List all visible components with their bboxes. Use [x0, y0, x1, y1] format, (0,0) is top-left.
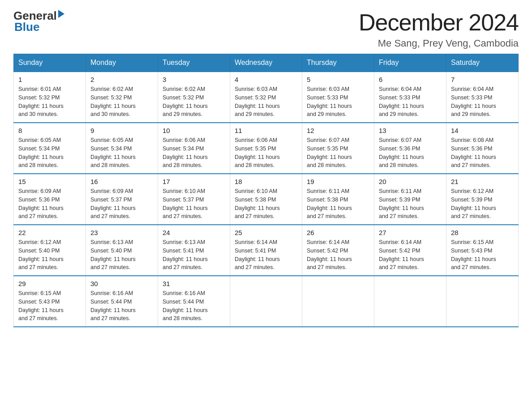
- calendar-cell: 30 Sunrise: 6:16 AMSunset: 5:44 PMDaylig…: [86, 276, 158, 327]
- day-number: 6: [379, 76, 442, 83]
- day-number: 1: [18, 76, 81, 83]
- calendar-cell: 2 Sunrise: 6:02 AMSunset: 5:32 PMDayligh…: [86, 72, 158, 123]
- day-info: Sunrise: 6:16 AMSunset: 5:44 PMDaylight:…: [163, 289, 225, 323]
- day-number: 27: [379, 229, 442, 236]
- day-info: Sunrise: 6:05 AMSunset: 5:34 PMDaylight:…: [90, 136, 153, 170]
- day-info: Sunrise: 6:15 AMSunset: 5:43 PMDaylight:…: [18, 289, 81, 323]
- day-number: 23: [90, 229, 153, 236]
- day-info: Sunrise: 6:16 AMSunset: 5:44 PMDaylight:…: [90, 289, 153, 323]
- location-title: Me Sang, Prey Veng, Cambodia: [359, 38, 519, 49]
- calendar-week-row: 29 Sunrise: 6:15 AMSunset: 5:43 PMDaylig…: [14, 276, 519, 327]
- calendar-cell: 3 Sunrise: 6:02 AMSunset: 5:32 PMDayligh…: [158, 72, 230, 123]
- calendar-cell: 5 Sunrise: 6:03 AMSunset: 5:33 PMDayligh…: [302, 72, 374, 123]
- day-info: Sunrise: 6:09 AMSunset: 5:36 PMDaylight:…: [18, 187, 81, 221]
- calendar-cell: 27 Sunrise: 6:14 AMSunset: 5:42 PMDaylig…: [374, 225, 446, 276]
- day-info: Sunrise: 6:04 AMSunset: 5:33 PMDaylight:…: [379, 85, 442, 119]
- calendar-table: SundayMondayTuesdayWednesdayThursdayFrid…: [13, 54, 519, 327]
- day-number: 14: [451, 127, 514, 134]
- logo: General Blue: [13, 9, 64, 34]
- day-number: 15: [18, 178, 81, 185]
- day-info: Sunrise: 6:02 AMSunset: 5:32 PMDaylight:…: [90, 85, 153, 119]
- calendar-cell: 18 Sunrise: 6:10 AMSunset: 5:38 PMDaylig…: [230, 174, 302, 225]
- day-number: 22: [18, 229, 81, 236]
- calendar-cell: [374, 276, 446, 327]
- calendar-cell: [230, 276, 302, 327]
- day-number: 28: [451, 229, 514, 236]
- calendar-cell: 31 Sunrise: 6:16 AMSunset: 5:44 PMDaylig…: [158, 276, 230, 327]
- calendar-cell: 16 Sunrise: 6:09 AMSunset: 5:37 PMDaylig…: [86, 174, 158, 225]
- column-header-tuesday: Tuesday: [158, 54, 230, 72]
- day-info: Sunrise: 6:11 AMSunset: 5:39 PMDaylight:…: [379, 187, 442, 221]
- day-info: Sunrise: 6:03 AMSunset: 5:33 PMDaylight:…: [307, 85, 369, 119]
- day-info: Sunrise: 6:08 AMSunset: 5:36 PMDaylight:…: [451, 136, 514, 170]
- day-info: Sunrise: 6:13 AMSunset: 5:40 PMDaylight:…: [90, 238, 153, 272]
- calendar-cell: [302, 276, 374, 327]
- calendar-cell: 17 Sunrise: 6:10 AMSunset: 5:37 PMDaylig…: [158, 174, 230, 225]
- calendar-cell: 8 Sunrise: 6:05 AMSunset: 5:34 PMDayligh…: [14, 123, 86, 174]
- day-info: Sunrise: 6:12 AMSunset: 5:39 PMDaylight:…: [451, 187, 514, 221]
- calendar-cell: 10 Sunrise: 6:06 AMSunset: 5:34 PMDaylig…: [158, 123, 230, 174]
- page-header: General Blue December 2024 Me Sang, Prey…: [13, 9, 519, 49]
- calendar-week-row: 8 Sunrise: 6:05 AMSunset: 5:34 PMDayligh…: [14, 123, 519, 174]
- day-info: Sunrise: 6:14 AMSunset: 5:42 PMDaylight:…: [307, 238, 369, 272]
- day-number: 31: [163, 280, 225, 287]
- calendar-cell: 22 Sunrise: 6:12 AMSunset: 5:40 PMDaylig…: [14, 225, 86, 276]
- day-number: 18: [235, 178, 297, 185]
- day-info: Sunrise: 6:06 AMSunset: 5:34 PMDaylight:…: [163, 136, 225, 170]
- day-number: 3: [163, 76, 225, 83]
- day-info: Sunrise: 6:11 AMSunset: 5:38 PMDaylight:…: [307, 187, 369, 221]
- title-block: December 2024 Me Sang, Prey Veng, Cambod…: [359, 9, 519, 49]
- day-number: 19: [307, 178, 369, 185]
- calendar-cell: 19 Sunrise: 6:11 AMSunset: 5:38 PMDaylig…: [302, 174, 374, 225]
- day-number: 21: [451, 178, 514, 185]
- calendar-cell: [446, 276, 519, 327]
- day-info: Sunrise: 6:13 AMSunset: 5:41 PMDaylight:…: [163, 238, 225, 272]
- month-title: December 2024: [359, 9, 519, 36]
- column-header-thursday: Thursday: [302, 54, 374, 72]
- day-info: Sunrise: 6:14 AMSunset: 5:41 PMDaylight:…: [235, 238, 297, 272]
- day-number: 29: [18, 280, 81, 287]
- column-header-monday: Monday: [86, 54, 158, 72]
- calendar-cell: 4 Sunrise: 6:03 AMSunset: 5:32 PMDayligh…: [230, 72, 302, 123]
- day-info: Sunrise: 6:07 AMSunset: 5:35 PMDaylight:…: [307, 136, 369, 170]
- calendar-cell: 11 Sunrise: 6:06 AMSunset: 5:35 PMDaylig…: [230, 123, 302, 174]
- calendar-cell: 29 Sunrise: 6:15 AMSunset: 5:43 PMDaylig…: [14, 276, 86, 327]
- calendar-cell: 13 Sunrise: 6:07 AMSunset: 5:36 PMDaylig…: [374, 123, 446, 174]
- calendar-cell: 28 Sunrise: 6:15 AMSunset: 5:43 PMDaylig…: [446, 225, 519, 276]
- day-info: Sunrise: 6:14 AMSunset: 5:42 PMDaylight:…: [379, 238, 442, 272]
- day-number: 20: [379, 178, 442, 185]
- day-number: 4: [235, 76, 297, 83]
- column-header-sunday: Sunday: [14, 54, 86, 72]
- calendar-cell: 26 Sunrise: 6:14 AMSunset: 5:42 PMDaylig…: [302, 225, 374, 276]
- calendar-week-row: 1 Sunrise: 6:01 AMSunset: 5:32 PMDayligh…: [14, 72, 519, 123]
- day-number: 12: [307, 127, 369, 134]
- calendar-week-row: 15 Sunrise: 6:09 AMSunset: 5:36 PMDaylig…: [14, 174, 519, 225]
- day-number: 7: [451, 76, 514, 83]
- logo-blue-text: Blue: [14, 20, 64, 34]
- day-info: Sunrise: 6:01 AMSunset: 5:32 PMDaylight:…: [18, 85, 81, 119]
- day-info: Sunrise: 6:03 AMSunset: 5:32 PMDaylight:…: [235, 85, 297, 119]
- column-header-saturday: Saturday: [446, 54, 519, 72]
- day-info: Sunrise: 6:06 AMSunset: 5:35 PMDaylight:…: [235, 136, 297, 170]
- day-number: 26: [307, 229, 369, 236]
- day-info: Sunrise: 6:10 AMSunset: 5:38 PMDaylight:…: [235, 187, 297, 221]
- day-info: Sunrise: 6:05 AMSunset: 5:34 PMDaylight:…: [18, 136, 81, 170]
- calendar-cell: 15 Sunrise: 6:09 AMSunset: 5:36 PMDaylig…: [14, 174, 86, 225]
- day-number: 25: [235, 229, 297, 236]
- day-info: Sunrise: 6:02 AMSunset: 5:32 PMDaylight:…: [163, 85, 225, 119]
- day-number: 9: [90, 127, 153, 134]
- day-number: 5: [307, 76, 369, 83]
- calendar-cell: 9 Sunrise: 6:05 AMSunset: 5:34 PMDayligh…: [86, 123, 158, 174]
- calendar-cell: 12 Sunrise: 6:07 AMSunset: 5:35 PMDaylig…: [302, 123, 374, 174]
- calendar-cell: 23 Sunrise: 6:13 AMSunset: 5:40 PMDaylig…: [86, 225, 158, 276]
- day-info: Sunrise: 6:09 AMSunset: 5:37 PMDaylight:…: [90, 187, 153, 221]
- calendar-cell: 1 Sunrise: 6:01 AMSunset: 5:32 PMDayligh…: [14, 72, 86, 123]
- calendar-cell: 20 Sunrise: 6:11 AMSunset: 5:39 PMDaylig…: [374, 174, 446, 225]
- calendar-cell: 7 Sunrise: 6:04 AMSunset: 5:33 PMDayligh…: [446, 72, 519, 123]
- day-info: Sunrise: 6:12 AMSunset: 5:40 PMDaylight:…: [18, 238, 81, 272]
- logo-arrow-icon: [58, 10, 64, 18]
- day-info: Sunrise: 6:07 AMSunset: 5:36 PMDaylight:…: [379, 136, 442, 170]
- column-header-friday: Friday: [374, 54, 446, 72]
- day-number: 24: [163, 229, 225, 236]
- calendar-header-row: SundayMondayTuesdayWednesdayThursdayFrid…: [14, 54, 519, 72]
